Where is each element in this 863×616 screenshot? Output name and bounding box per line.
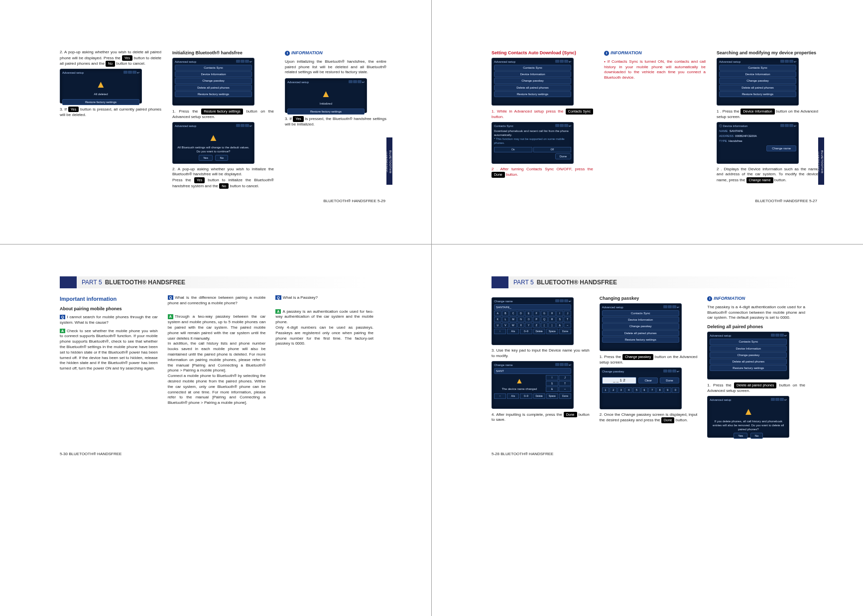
col-1: Change name↩ SANTAFE_ ABCDEFGHIJ KLMNOPQ…	[492, 295, 590, 441]
section-title: BLUETOOTH® HANDSFREE	[105, 279, 185, 286]
back-icon: ↩	[784, 398, 787, 401]
device-title: Device information	[723, 124, 748, 127]
text: 2 . After turning Contacts Sync ON/OFF, …	[492, 167, 593, 171]
menu-item: Delete all paired phones	[719, 85, 796, 91]
heading: Important information	[60, 295, 158, 303]
device-button: Restore factory settings	[287, 109, 365, 115]
back-icon: ↩	[677, 370, 679, 372]
section-title: BLUETOOTH® HANDSFREE	[537, 279, 617, 286]
device-screenshot: Advanced setup↩ ▲ All Bluetooth settings…	[172, 122, 254, 164]
menu-item: Restore factory settings	[175, 91, 252, 97]
no-button: No	[750, 433, 763, 439]
step-3: 3. If Yes is pressed, the Bluetooth® han…	[285, 116, 386, 127]
device-info-button: Device Information	[740, 109, 774, 114]
page-footer: 5-30 BLUETOOTH® HANDSFREE	[60, 452, 122, 457]
a-icon: A	[275, 309, 281, 314]
q-icon: Q	[60, 315, 65, 319]
yes-button: Yes	[122, 55, 132, 61]
no-button: No	[219, 183, 229, 189]
back-icon: ↩	[569, 363, 571, 366]
info-text: The passkey is a 4-digit authentication …	[707, 305, 805, 321]
col-2: Initializing Bluetooth® handsfree Advanc…	[172, 50, 274, 191]
text: 1. Press the	[600, 355, 622, 359]
back-icon: ↩	[362, 80, 365, 83]
device-screenshot: Advanced setup↩ Contacts Sync Device Inf…	[707, 332, 789, 379]
back-icon: ↩	[137, 71, 139, 74]
device-screenshot: Change passkey↩ _ _ 1 2 Clear Done 12345…	[600, 368, 682, 409]
label: NAME	[719, 129, 728, 132]
kb-footer: ↑A/a0~9DeleteSpaceDone	[494, 393, 571, 399]
menu-item: Change passkey	[710, 352, 787, 358]
info-block: iINFORMATION	[707, 295, 805, 302]
device-screenshot: Advanced setup↩ ▲ If you delete phones, …	[707, 396, 789, 438]
warning-icon: ▲	[175, 131, 252, 144]
value: SANTAFE	[730, 129, 743, 132]
step-1: 1. While in Advanced setup press the Con…	[492, 109, 593, 120]
device-screenshot: Advanced setup↩ Contacts Sync Device Inf…	[492, 58, 574, 106]
q-icon: Q	[275, 295, 281, 300]
step-2: 2. A pop-up asking whether you wish to i…	[172, 167, 274, 189]
value: Handsfree	[729, 139, 742, 142]
device-msg: Download phonebook and recent call list …	[494, 129, 571, 137]
info-block: iINFORMATION	[604, 50, 706, 56]
device-title: Contacts Sync	[494, 124, 513, 128]
device-screenshot-keyboard: Change name↩ SANTAFE_ ABCDEFGHIJ KLMNOPQ…	[492, 297, 574, 345]
device-title: Advanced setup	[719, 60, 740, 64]
step-2: 2. Once the Change passkey screen is dis…	[600, 412, 698, 423]
page-footer: BLUETOOTH® HANDSFREE 5-29	[324, 199, 385, 204]
col-3: iINFORMATION Upon initializing the Bluet…	[285, 50, 386, 191]
back-icon: ↩	[784, 334, 787, 337]
a-icon: A	[60, 329, 65, 333]
heading: Searching and modifying my device proper…	[717, 50, 818, 56]
device-title: Advanced setup	[175, 60, 196, 64]
yes-button: Yes	[199, 155, 213, 161]
kbrow: ABCDEFGHIJ	[494, 311, 571, 316]
kb-footer: ↑A/a0~9DeleteSpaceDone	[494, 329, 571, 334]
document-canvas: 2. A pop-up asking whether you wish to d…	[0, 0, 863, 616]
spread: Setting Contacts Auto Download (Sync) Ad…	[492, 50, 818, 185]
device-screenshot: Advanced setup↩ Contacts Sync Device Inf…	[600, 303, 682, 351]
done-button: Done	[492, 172, 505, 177]
a-icon: A	[168, 314, 173, 319]
input-value: SANTAFE_	[494, 304, 571, 310]
col-3: Searching and modifying my device proper…	[717, 50, 818, 185]
text: Press the	[172, 178, 194, 182]
text: button.	[492, 115, 503, 119]
yes-button: Yes	[734, 433, 747, 439]
text: 1. Press the	[707, 383, 734, 387]
text: If Contacts Sync is turned ON, the conta…	[604, 59, 706, 80]
question: What is the difference between pairing a…	[168, 295, 266, 305]
menu-item: Device Information	[175, 71, 252, 77]
device-title: Advanced setup	[175, 124, 196, 128]
text: button to cancel.	[230, 184, 259, 188]
step-2: 2 . After turning Contacts Sync ON/OFF, …	[492, 167, 593, 178]
col-2: QWhat is the difference between pairing …	[168, 295, 266, 409]
text: 1. Press the	[172, 109, 201, 114]
device-msg: Initialized	[287, 102, 365, 106]
step-4: 4. After inputting is complete, press th…	[492, 412, 590, 423]
text: button to cancel.	[116, 61, 145, 66]
page-5-27: Setting Contacts Auto Download (Sync) Ad…	[432, 0, 863, 244]
off-button: Off	[533, 147, 572, 152]
step-2: 2 . Displays the Device information such…	[717, 167, 818, 183]
device-screenshot: Advanced setup↩ Contacts Sync Device Inf…	[717, 58, 799, 106]
clear-button: Clear	[638, 377, 658, 383]
back-icon: ↩	[677, 305, 679, 308]
back-icon: ↩	[569, 299, 571, 302]
part-header: PART 5BLUETOOTH® HANDSFREE	[60, 276, 369, 288]
text: button.	[506, 172, 518, 177]
info-heading: INFORMATION	[611, 50, 642, 55]
device-title: Advanced setup	[494, 60, 515, 64]
qa-block: AA passkey is an authentication code use…	[275, 304, 373, 347]
heading: Initializing Bluetooth® handsfree	[172, 50, 274, 56]
part-label: PART 5	[82, 279, 102, 286]
menu-item: Device Information	[494, 71, 571, 77]
change-name-button: Change name	[746, 177, 773, 183]
yes-button: Yes	[194, 177, 205, 183]
heading: Deleting all paired phones	[707, 324, 805, 330]
col-3: QWhat is a Passkey? AA passkey is an aut…	[275, 295, 373, 409]
menu-item: Contacts Sync	[710, 339, 787, 345]
input-value: SANT	[494, 368, 571, 374]
text: 2. A pop-up asking whether you wish to i…	[172, 167, 274, 177]
menu-item: Device Information	[602, 317, 679, 323]
